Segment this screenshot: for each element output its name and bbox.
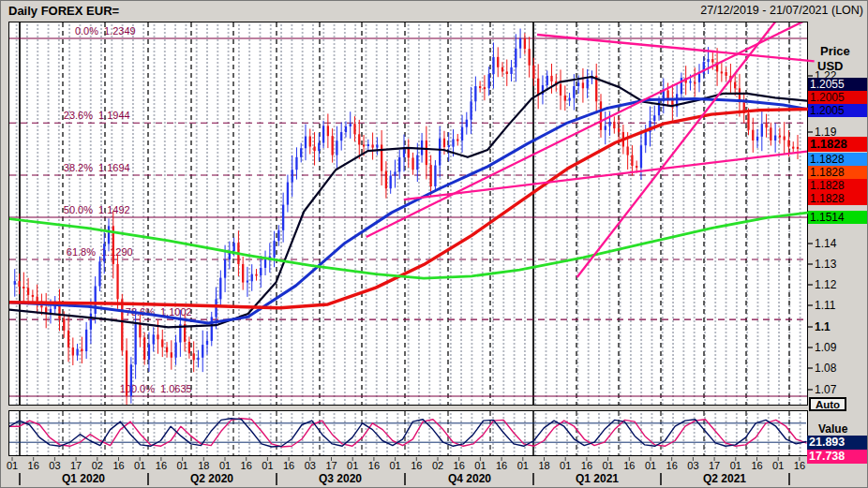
price-axis-box: 1.1828 [808,166,868,179]
price-axis-box: 1.1828 [808,153,868,166]
oscillator-panel[interactable] [8,410,808,456]
x-axis-day-label: 16 [620,460,638,471]
price-tick-label: 1.09 [815,341,836,354]
x-axis-day-label: 16 [790,460,809,471]
x-axis-day-label: 01 [726,460,745,471]
price-axis-box: 1.1828 [808,192,868,205]
x-axis-quarter-label: Q2 2021 [687,472,762,485]
x-axis-day-label: 01 [599,460,618,471]
x-axis-day-label: 01 [216,460,234,471]
x-axis-day-label: 01 [556,460,575,471]
x-axis-day-label: 01 [3,460,22,471]
x-axis-day-label: 01 [471,460,489,471]
x-axis-day-label: 16 [365,460,383,471]
x-axis-quarter-label: Q2 2020 [174,472,249,485]
x-axis-day-label: 16 [450,460,469,471]
x-axis-quarter-label: Q1 2021 [560,472,635,485]
x-axis-day-label: 16 [110,460,128,471]
price-tick-label: 1.1 [815,320,831,333]
x-axis-day-label: 01 [769,460,787,471]
x-axis-day-label: 01 [173,460,192,471]
x-axis-day-label: 16 [492,460,511,471]
fib-percent-label: 100.0% [112,383,155,394]
price-axis-box: 1.2005 [808,104,868,117]
date-range: 27/12/2019 - 21/07/2021 (LON) [700,4,863,17]
fib-price-label: 1.1694 [98,162,130,173]
x-axis-day-label: 03 [45,460,64,471]
price-tick-label: 1.13 [815,258,836,271]
fib-price-label: 1.1002 [160,306,192,318]
trading-terminal-window: Daily FOREX EUR= 27/12/2019 - 21/07/2021… [0,0,868,488]
x-axis-day-label: 03 [301,460,320,471]
price-axis-box: 1.1828 [808,179,868,192]
x-axis-day-label: 01 [343,460,362,471]
fib-price-label: 1.1492 [98,204,130,215]
x-axis-day-label: 16 [24,460,43,471]
x-axis-day-label: 17 [705,460,724,471]
price-tick-label: 1.07 [815,383,836,396]
x-axis-quarter-label: Q1 2020 [46,472,121,485]
price-axis-title: Price [820,44,850,58]
price-tick-label: 1.14 [815,237,836,250]
fib-price-label: 1.2349 [104,25,136,37]
x-axis-day-label: 16 [748,460,767,471]
x-axis-quarter-label: Q3 2020 [303,472,378,485]
oscillator-value-box: 17.738 [807,450,868,464]
x-axis-day-label: 16 [237,460,256,471]
x-axis-day-label: 17 [322,460,341,471]
x-axis-day-label: 16 [407,460,426,471]
price-axis-box: 1.1514 [808,211,868,224]
x-axis-day-label: 01 [514,460,532,471]
price-axis-box: 1.1828 [808,137,868,152]
x-axis-quarter-label: Q4 2020 [432,472,507,485]
x-axis-day-label: 01 [386,460,405,471]
fib-percent-label: 38.2% [50,162,93,173]
x-axis-day-label: 02 [428,460,447,471]
price-tick-label: 1.11 [815,299,835,312]
x-axis-day-label: 03 [683,460,702,471]
value-axis-title: Value [818,422,847,436]
x-axis-day-label: 18 [194,460,213,471]
x-axis-day-label: 01 [130,460,149,471]
x-axis-day-label: 17 [67,460,85,471]
auto-scale-button[interactable]: Auto [809,397,846,411]
price-tick-label: 1.12 [815,278,836,291]
x-axis-day-label: 01 [258,460,277,471]
price-axis-box: 1.2055 [808,78,868,91]
fib-percent-label: 61.8% [52,246,96,258]
x-axis-day-label: 16 [152,460,171,471]
x-axis-day-label: 02 [88,460,107,471]
x-axis-day-label: 16 [577,460,596,471]
chart-title: Daily FOREX EUR= [8,4,119,18]
fib-percent-label: 0.0% [55,25,98,37]
x-axis-day-label: 01 [641,460,660,471]
x-axis-day-label: 16 [663,460,681,471]
fib-price-label: 1.1290 [101,246,133,258]
fib-percent-label: 78.6% [112,306,155,318]
price-axis-box: 1.2005 [808,91,868,104]
fib-percent-label: 50.0% [50,204,93,215]
oscillator-value-box: 21.893 [807,436,868,450]
fib-price-label: 1.0635 [160,383,192,394]
fib-price-label: 1.1944 [98,110,130,121]
x-axis-day-label: 18 [535,460,554,471]
fib-percent-label: 23.6% [50,110,93,121]
x-axis-day-label: 16 [279,460,298,471]
price-tick-label: 1.08 [815,362,836,375]
